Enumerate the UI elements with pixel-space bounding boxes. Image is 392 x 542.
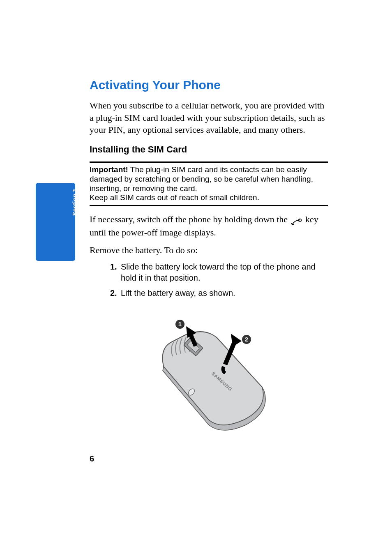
phone-battery-figure: SAMSUNG 1 <box>90 317 328 434</box>
power-key-icon <box>291 217 302 224</box>
figure-callout-2: 2 <box>245 336 248 343</box>
intro-paragraph: When you subscribe to a cellular network… <box>90 99 328 136</box>
step-number: 2. <box>110 288 121 299</box>
switch-off-before: If necessary, switch off the phone by ho… <box>90 214 290 224</box>
important-text2: Keep all SIM cards out of reach of small… <box>90 193 259 202</box>
figure-callout-1: 1 <box>178 321 182 328</box>
steps-list: 1. Slide the battery lock toward the top… <box>90 261 328 299</box>
page: Section 1 Activating Your Phone When you… <box>0 0 392 542</box>
remove-battery-line: Remove the battery. To do so: <box>90 245 328 256</box>
list-item: 2. Lift the battery away, as shown. <box>110 288 328 299</box>
list-item: 1. Slide the battery lock toward the top… <box>110 261 328 284</box>
step-text: Lift the battery away, as shown. <box>121 288 235 299</box>
page-heading: Activating Your Phone <box>90 78 328 92</box>
important-callout: Important! The plug-in SIM card and its … <box>90 161 328 206</box>
step-number: 1. <box>110 261 121 284</box>
page-number: 6 <box>90 454 94 464</box>
svg-marker-7 <box>231 334 242 347</box>
section-tab: Section 1 <box>36 183 75 261</box>
section-subheading: Installing the SIM Card <box>90 144 328 155</box>
important-lead: Important! <box>90 165 128 174</box>
switch-off-instruction: If necessary, switch off the phone by ho… <box>90 213 328 239</box>
section-tab-label: Section 1 <box>55 163 94 241</box>
step-text: Slide the battery lock toward the top of… <box>121 261 328 284</box>
content-area: Activating Your Phone When you subscribe… <box>90 78 328 434</box>
